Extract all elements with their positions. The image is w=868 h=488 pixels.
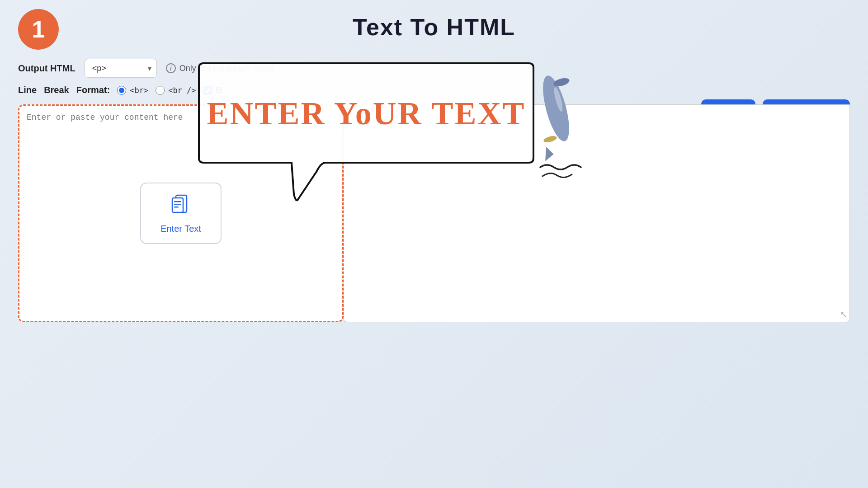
radio-br-group: <br> — [117, 86, 148, 95]
enter-text-label: Enter Text — [160, 224, 201, 234]
page-title: Text To HTML — [353, 14, 515, 41]
checkbox-b-label: B — [216, 85, 222, 95]
b-checkbox[interactable] — [203, 86, 212, 95]
radio-br-input[interactable] — [117, 86, 126, 95]
svg-rect-1 — [172, 198, 183, 212]
paste-icon — [170, 192, 192, 219]
svg-rect-2 — [174, 201, 181, 202]
output-area: ⤡ — [344, 104, 850, 322]
header: 1 Text To HTML — [18, 14, 850, 41]
output-html-label: Output HTML — [18, 63, 75, 74]
resize-handle-icon[interactable]: ⤡ — [840, 309, 848, 320]
format-row: Line Break Format: <br> <br /> B — [18, 85, 850, 95]
output-select-wrapper: <p> <div> <span> ▾ — [85, 59, 157, 78]
radio-br-label: <br> — [130, 86, 148, 95]
format-label2: Format: — [76, 85, 110, 95]
output-select[interactable]: <p> <div> <span> — [85, 59, 157, 78]
radio-br-self-group: <br /> — [156, 86, 196, 95]
checkbox-group: B — [203, 85, 222, 95]
radio-br-self-label: <br /> — [168, 86, 196, 95]
info-row: i Only use paragraph labels — [166, 63, 274, 73]
step-badge: 1 — [18, 9, 59, 50]
line-label: Line — [18, 85, 37, 95]
radio-br-self-input[interactable] — [156, 86, 165, 95]
main-content: Enter Text ⤡ — [18, 104, 850, 322]
input-area: Enter Text — [18, 104, 344, 322]
controls-row-1: Output HTML <p> <div> <span> ▾ i Only us… — [18, 59, 850, 78]
break-label: Break — [44, 85, 69, 95]
enter-text-button[interactable]: Enter Text — [140, 183, 222, 244]
svg-rect-4 — [174, 206, 179, 208]
page-wrapper: 1 Text To HTML Output HTML <p> <div> <sp… — [0, 0, 868, 488]
info-text: Only use paragraph labels — [179, 64, 274, 73]
svg-rect-3 — [174, 204, 181, 205]
info-icon: i — [166, 63, 176, 73]
